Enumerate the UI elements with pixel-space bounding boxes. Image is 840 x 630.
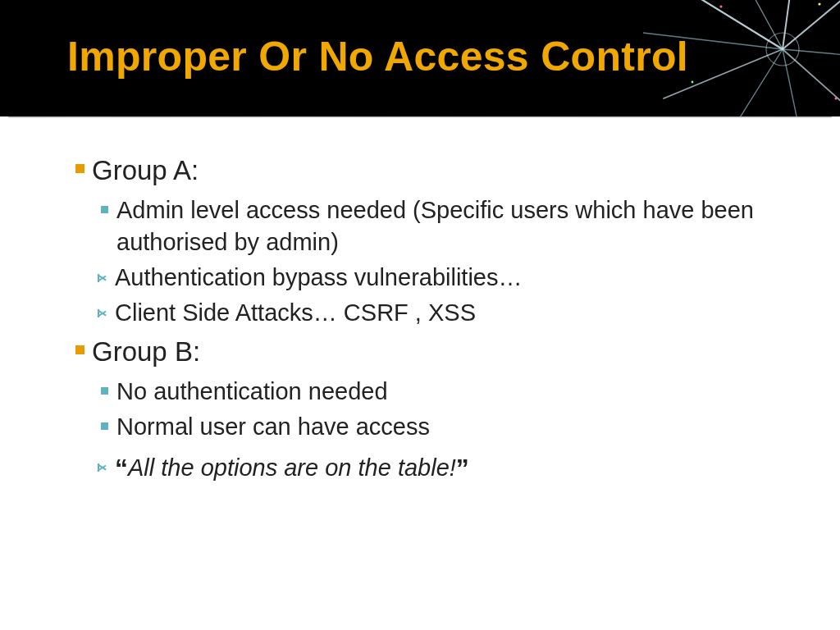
svg-line-3 [664, 49, 783, 98]
group-a-item-text: Authentication bypass vulnerabilities… [115, 262, 791, 294]
square-bullet-icon [92, 411, 116, 430]
group-b-item-text: No authentication needed [116, 376, 791, 408]
group-b-item: “All the options are on the table!” [92, 451, 791, 486]
group-b-heading-text: Group B: [92, 334, 791, 371]
chevron-bullet-icon [92, 297, 115, 318]
svg-line-6 [733, 0, 783, 49]
header-divider [8, 116, 832, 119]
group-a-item: Client Side Attacks… CSRF , XSS [92, 297, 791, 329]
svg-line-4 [721, 49, 783, 116]
square-bullet-icon [92, 376, 116, 395]
group-b-item-text: “All the options are on the table!” [115, 451, 791, 486]
group-b-item: No authentication needed [92, 376, 791, 408]
slide-title: Improper Or No Access Control [67, 33, 688, 80]
title-bar: Improper Or No Access Control [0, 0, 840, 116]
svg-line-7 [783, 0, 840, 49]
chevron-bullet-icon [92, 262, 115, 283]
group-b-item: Normal user can have access [92, 411, 791, 443]
square-bullet-icon [67, 334, 92, 354]
group-a-heading-text: Group A: [92, 153, 791, 189]
svg-point-13 [818, 2, 820, 5]
group-a-item-text: Client Side Attacks… CSRF , XSS [115, 297, 791, 329]
group-a-heading: Group A: [67, 153, 791, 189]
svg-line-9 [783, 49, 840, 115]
group-b-item-text: Normal user can have access [116, 411, 791, 443]
svg-line-2 [643, 33, 783, 49]
chevron-bullet-icon [92, 451, 115, 472]
square-bullet-icon [67, 153, 92, 173]
group-a-item: Authentication bypass vulnerabilities… [92, 262, 791, 294]
group-a-item: Admin level access needed (Specific user… [92, 194, 791, 258]
svg-point-14 [835, 98, 838, 100]
svg-point-11 [719, 5, 722, 7]
svg-point-12 [692, 81, 694, 84]
group-b-heading: Group B: [67, 334, 791, 371]
svg-line-1 [676, 0, 783, 49]
slide-body: Group A: Admin level access needed (Spec… [0, 116, 840, 486]
svg-line-5 [783, 0, 795, 49]
shattered-glass-graphic [643, 0, 840, 116]
group-a-item-text: Admin level access needed (Specific user… [116, 194, 791, 258]
square-bullet-icon [92, 194, 116, 213]
